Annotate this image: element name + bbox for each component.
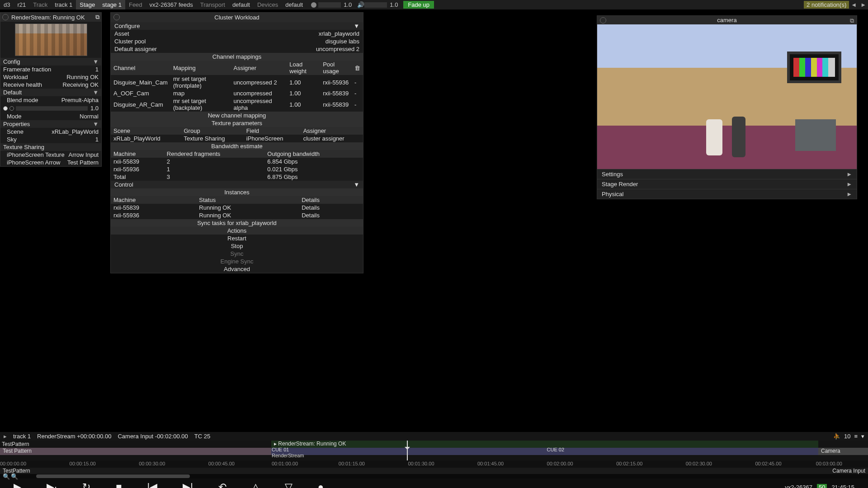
footer-host: vx2-26367 bbox=[785, 484, 812, 488]
blend-mode-row[interactable]: Blend modePremult-Alpha bbox=[0, 96, 101, 104]
cue-02[interactable]: CUE 02 bbox=[547, 447, 565, 452]
mode-row[interactable]: ModeNormal bbox=[0, 113, 101, 120]
new-channel-mapping[interactable]: New channel mapping bbox=[111, 112, 363, 119]
menu-track-value[interactable]: track 1 bbox=[51, 0, 76, 9]
status-camera-input: Camera Input -00:02:00.00 bbox=[118, 433, 188, 440]
table-row[interactable]: A_OOF_Cammapuncompressed1.00rxii-55839- bbox=[111, 89, 363, 97]
camera-preview[interactable] bbox=[597, 24, 857, 169]
prev-cue-button[interactable]: |◀ bbox=[147, 481, 157, 488]
tick: 00:02:15.00 bbox=[616, 461, 642, 466]
timeline-scrollbar[interactable]: 🔍 🔍 bbox=[0, 474, 868, 479]
table-row[interactable]: rxii-55936Running OKDetails bbox=[111, 211, 363, 219]
play-button[interactable]: ▶ bbox=[14, 481, 21, 488]
default-section[interactable]: Default▼ bbox=[0, 89, 101, 96]
notif-prev-icon[interactable]: ◄ bbox=[851, 1, 857, 8]
table-row: Total36.875 Gbps bbox=[111, 173, 363, 181]
timeline-ruler[interactable]: 00:00:00.00 00:00:15.00 00:00:30.00 00:0… bbox=[0, 460, 868, 468]
table-row[interactable]: rxii-55839Running OKDetails bbox=[111, 204, 363, 211]
tick: 00:01:30.00 bbox=[408, 461, 434, 466]
popout-icon[interactable]: ⧉ bbox=[95, 14, 99, 21]
notif-next-icon[interactable]: ► bbox=[860, 1, 866, 8]
timeline-footer-labels: TestPattern Camera Input bbox=[0, 468, 868, 474]
menu-devices-value[interactable]: default bbox=[282, 0, 307, 9]
instances-table: MachineStatusDetails rxii-55839Running O… bbox=[111, 196, 363, 219]
notifications-badge[interactable]: 2 notification(s) bbox=[804, 1, 849, 9]
timeline-area: ▸ track 1 RenderStream +00:00:00.00 Came… bbox=[0, 432, 868, 488]
sync-button[interactable]: Sync bbox=[111, 250, 363, 258]
table-row[interactable]: Disguise_Main_Cammr set target (frontpla… bbox=[111, 75, 363, 89]
engine-sync-button[interactable]: Engine Sync bbox=[111, 258, 363, 265]
texture-sharing-section[interactable]: Texture Sharing bbox=[0, 143, 101, 151]
menu-stage-label: Stage bbox=[76, 0, 99, 9]
advanced-button[interactable]: Advanced bbox=[111, 265, 363, 273]
control-section[interactable]: Control▼ bbox=[111, 181, 363, 188]
table-row[interactable]: xRLab_PlayWorldTexture SharingiPhoneScre… bbox=[111, 135, 363, 142]
timeline-tracks[interactable]: TestPattern ▸ RenderStream: Running OK T… bbox=[0, 441, 868, 460]
camera-physical-row[interactable]: Physical► bbox=[597, 189, 857, 199]
camera-stage-render-row[interactable]: Stage Render► bbox=[597, 179, 857, 189]
marker-up-button[interactable]: △ bbox=[252, 481, 259, 488]
record-button[interactable]: ● bbox=[318, 481, 324, 488]
play-section-button[interactable]: ▶· bbox=[47, 481, 57, 488]
next-cue-button[interactable]: ▶| bbox=[183, 481, 193, 488]
renderstream-thumbnail[interactable] bbox=[15, 23, 87, 56]
menu-feed-value[interactable]: vx2-26367 feeds bbox=[146, 0, 197, 9]
volume-slider[interactable]: 🔊 1.0 bbox=[357, 1, 401, 8]
tick: 00:00:45.00 bbox=[208, 461, 235, 466]
timeline-camera-bar[interactable]: Camera bbox=[818, 448, 868, 455]
menu-transport-value[interactable]: default bbox=[229, 0, 254, 9]
status-track: track 1 bbox=[13, 433, 31, 440]
transport-controls: ▶ ▶· ↻ ■ |◀ ▶| ↶ △ ▽ ● vx2-26367 50 21:4… bbox=[0, 479, 868, 488]
scene-row[interactable]: ScenexRLab_PlayWorld bbox=[0, 128, 101, 136]
texshare-row-2[interactable]: iPhoneScreen ArrowTest Pattern bbox=[0, 159, 101, 166]
menu-feed-label: Feed bbox=[125, 0, 146, 9]
menu-d3[interactable]: d3 bbox=[0, 0, 14, 9]
loop-button[interactable]: ↻ bbox=[82, 481, 90, 488]
close-icon[interactable] bbox=[2, 14, 9, 20]
bars-icon[interactable]: ≡ bbox=[854, 433, 858, 440]
cue-01[interactable]: CUE 01 bbox=[272, 447, 289, 452]
cue-01-rs[interactable]: RenderStream bbox=[272, 453, 304, 458]
camera-settings-row[interactable]: Settings► bbox=[597, 169, 857, 179]
zoom-out-icon[interactable]: 🔍 bbox=[3, 473, 10, 480]
configure-section[interactable]: Configure▼ bbox=[111, 22, 363, 30]
table-row[interactable]: Disguise_AR_Cammr set target (backplate)… bbox=[111, 97, 363, 112]
stop-button[interactable]: ■ bbox=[116, 481, 122, 488]
brightness-slider[interactable]: 1.0 bbox=[309, 1, 354, 8]
menu-r21[interactable]: r21 bbox=[14, 0, 29, 9]
preview-test-panel bbox=[787, 52, 841, 83]
stop-button[interactable]: Stop bbox=[111, 242, 363, 250]
fade-up-button[interactable]: Fade up bbox=[403, 1, 434, 9]
receive-health-row[interactable]: Receive healthReceiving OK bbox=[0, 81, 101, 89]
config-section[interactable]: Config▼ bbox=[0, 58, 101, 66]
channel-mappings-table: ChannelMappingAssignerLoad weightPool us… bbox=[111, 61, 363, 112]
timeline-rs-bar[interactable]: ▸ RenderStream: Running OK bbox=[271, 441, 818, 448]
menu-stage-value[interactable]: stage 1 bbox=[99, 0, 125, 9]
chevron-down-icon[interactable]: ▾ bbox=[861, 433, 864, 440]
scrollbar-thumb[interactable] bbox=[36, 474, 190, 478]
trash-icon[interactable]: 🗑 bbox=[352, 61, 363, 75]
close-icon[interactable] bbox=[600, 17, 606, 23]
texshare-row-1[interactable]: iPhoneScreen TextureArrow Input bbox=[0, 151, 101, 159]
blend-slider[interactable]: 1.0 bbox=[3, 105, 99, 112]
track-collapse-icon[interactable]: ▸ bbox=[4, 433, 7, 440]
popout-icon[interactable]: ⧉ bbox=[850, 17, 854, 24]
marker-down-button[interactable]: ▽ bbox=[285, 481, 292, 488]
timeline-playhead[interactable] bbox=[407, 441, 408, 460]
asset-row[interactable]: Assetxrlab_playworld bbox=[111, 30, 363, 38]
viewport-camera-gizmo[interactable]: camera bbox=[495, 313, 511, 331]
workload-row[interactable]: WorkloadRunning OK bbox=[0, 73, 101, 81]
restart-button[interactable]: Restart bbox=[111, 235, 363, 242]
cluster-pool-row[interactable]: Cluster pooldisguise labs bbox=[111, 38, 363, 45]
close-icon[interactable] bbox=[113, 14, 120, 20]
zoom-in-icon[interactable]: 🔍 bbox=[11, 473, 18, 480]
volume-icon: 🔊 bbox=[357, 1, 364, 8]
properties-section[interactable]: Properties▼ bbox=[0, 120, 101, 128]
texture-parameters-table: SceneGroupFieldAssigner xRLab_PlayWorldT… bbox=[111, 127, 363, 142]
framerate-row[interactable]: Framerate fraction1 bbox=[0, 66, 101, 73]
undo-button[interactable]: ↶ bbox=[218, 481, 226, 488]
sky-row[interactable]: Sky1 bbox=[0, 136, 101, 143]
stage-prop-box bbox=[550, 234, 604, 279]
person-icon[interactable]: ⛹ bbox=[833, 433, 840, 440]
default-assigner-row[interactable]: Default assigneruncompressed 2 bbox=[111, 45, 363, 53]
